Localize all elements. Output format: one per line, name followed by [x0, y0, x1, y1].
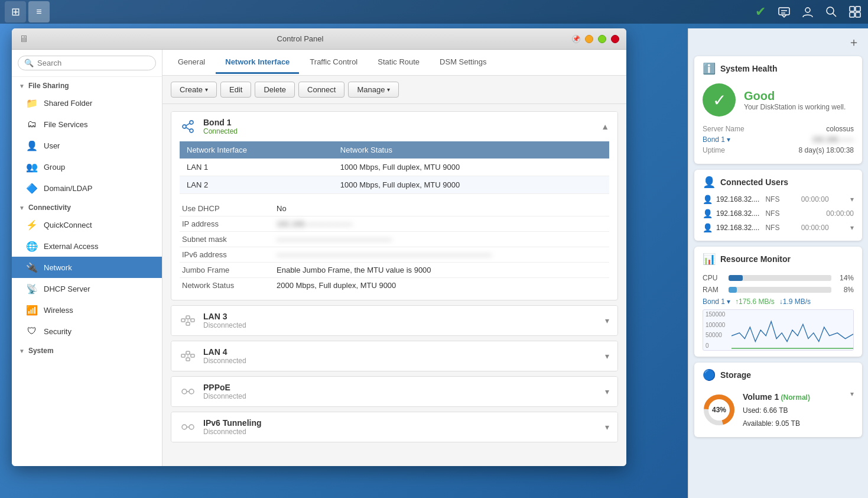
storage-expand-icon[interactable]: ▾ — [850, 390, 854, 398]
synology-assistant-icon[interactable]: ✔ — [752, 4, 769, 20]
tab-static-route[interactable]: Static Route — [368, 51, 429, 74]
file-sharing-section-header[interactable]: ▼ File Sharing — [12, 77, 162, 92]
add-widget-button[interactable]: ＋ — [846, 34, 862, 50]
chart-labels: 150000 100000 50000 0 — [706, 310, 725, 350]
sidebar-item-file-services[interactable]: 🗂 File Services — [12, 114, 162, 135]
system-label: System — [28, 347, 54, 355]
pppoe-chevron-icon[interactable]: ▾ — [605, 387, 609, 396]
bond1-chevron-icon[interactable]: ▲ — [601, 122, 609, 131]
bond1-status: Connected — [203, 127, 601, 135]
sidebar-item-security[interactable]: 🛡 Security — [12, 321, 162, 342]
group-icon: 👥 — [26, 161, 38, 173]
uptime-row: Uptime 8 day(s) 18:00:38 — [703, 145, 854, 156]
ipv6-status: Disconnected — [203, 428, 605, 436]
user-account-icon[interactable] — [799, 4, 816, 20]
bond1-card-body: Network Interface Network Status LAN 1 1… — [171, 141, 617, 300]
ipv6-tunneling-card: IPv6 Tunneling Disconnected ▾ — [171, 412, 618, 442]
bond-select-dropdown[interactable]: Bond 1 ▾ — [703, 135, 730, 144]
search-magnifier-icon: 🔍 — [24, 59, 34, 67]
sidebar-item-network[interactable]: 🔌 Network — [12, 257, 162, 278]
sidebar-item-quickconnect[interactable]: ⚡ QuickConnect — [12, 214, 162, 235]
cpu-label: CPU — [703, 274, 724, 282]
storage-info: Volume 1 (Normal) Used: 6.66 TB Availabl… — [743, 390, 810, 430]
minimize-button[interactable]: — — [585, 35, 593, 43]
user-row-2: 👤 192.168.32.... NFS 00:00:00 — [703, 206, 854, 221]
lan1-status: 1000 Mbps, Full duplex, MTU 9000 — [333, 159, 609, 176]
resource-monitor-title: Resource Monitor — [720, 254, 791, 264]
svg-point-10 — [190, 121, 193, 124]
global-search-icon[interactable] — [823, 4, 840, 20]
pppoe-card-header[interactable]: PPPoE Disconnected ▾ — [171, 377, 617, 406]
domain-icon: 🔷 — [26, 182, 38, 194]
desktop-app-btn[interactable]: ⊞ — [5, 1, 26, 22]
user-expand-arrow-1[interactable]: ▾ — [850, 195, 854, 203]
sidebar-item-user[interactable]: 👤 User — [12, 135, 162, 156]
user-service-1: NFS — [765, 195, 779, 203]
detail-value-netstatus: 2000 Mbps, Full duplex, MTU 9000 — [277, 281, 396, 290]
manage-button[interactable]: Manage ▾ — [348, 82, 399, 98]
pppoe-icon — [180, 383, 196, 400]
tab-traffic-control[interactable]: Traffic Control — [300, 51, 367, 74]
create-button[interactable]: Create ▾ — [171, 82, 217, 98]
lan4-card-header[interactable]: LAN 4 Disconnected ▾ — [171, 341, 617, 371]
edit-button[interactable]: Edit — [220, 82, 251, 98]
system-health-body: ✓ Good Your DiskStation is working well.… — [694, 79, 862, 164]
create-dropdown-arrow-icon: ▾ — [205, 86, 208, 93]
lan3-title-area: LAN 3 Disconnected — [203, 312, 605, 329]
bond1-card-header[interactable]: Bond 1 Connected ▲ — [171, 112, 617, 141]
lan3-card-header[interactable]: LAN 3 Disconnected ▾ — [171, 306, 617, 335]
lan3-chevron-icon[interactable]: ▾ — [605, 316, 609, 325]
close-button[interactable]: ✕ — [611, 35, 619, 43]
tab-dsm-settings[interactable]: DSM Settings — [430, 51, 496, 74]
lan3-name: LAN 3 — [203, 312, 605, 321]
search-input[interactable] — [37, 59, 149, 67]
ipv6-icon — [180, 419, 196, 435]
chart-svg — [732, 310, 853, 350]
sidebar-item-label: Network — [44, 263, 72, 272]
ipv6-name: IPv6 Tunneling — [203, 418, 605, 428]
window-controls: 📌 — □ ✕ — [572, 35, 619, 43]
tab-network-interface[interactable]: Network Interface — [216, 51, 299, 74]
control-panel-app-btn[interactable]: ≡ — [28, 1, 50, 22]
svg-rect-22 — [181, 354, 185, 357]
storage-widget: 🔵 Storage 43% Volume 1 (Normal) — [694, 363, 862, 437]
detail-row-subnet: Subnet mask ——————————————— — [180, 232, 609, 247]
connect-button[interactable]: Connect — [298, 82, 344, 98]
desktop-toggle-icon[interactable] — [847, 4, 863, 20]
svg-point-4 — [827, 7, 834, 14]
lan2-status: 1000 Mbps, Full duplex, MTU 9000 — [333, 176, 609, 194]
users-list: 👤 192.168.32.... NFS 00:00:00 ▾ 👤 192.16… — [694, 192, 862, 241]
sidebar-item-label: External Access — [44, 242, 99, 251]
security-icon: 🛡 — [26, 325, 38, 337]
user-ip-3: 192.168.32.... — [716, 224, 759, 232]
svg-rect-8 — [850, 12, 854, 17]
ipv6-chevron-icon[interactable]: ▾ — [605, 422, 609, 432]
sidebar-item-group[interactable]: 👥 Group — [12, 156, 162, 177]
lan4-chevron-icon[interactable]: ▾ — [605, 351, 609, 361]
right-panel: ＋ ℹ️ System Health ✓ Good Your DiskStati… — [688, 28, 868, 498]
pin-button[interactable]: 📌 — [572, 35, 580, 43]
search-box: 🔍 — [18, 56, 156, 70]
detail-label-ip: IP address — [182, 219, 277, 228]
message-icon[interactable] — [776, 4, 792, 20]
storage-header: 🔵 Storage — [694, 363, 862, 385]
delete-button[interactable]: Delete — [255, 82, 295, 98]
sidebar-item-domain-ldap[interactable]: 🔷 Domain/LDAP — [12, 177, 162, 199]
user-expand-arrow-3[interactable]: ▾ — [850, 224, 854, 232]
tab-general[interactable]: General — [168, 51, 214, 74]
svg-rect-15 — [181, 319, 185, 322]
ipv6-card-header[interactable]: IPv6 Tunneling Disconnected ▾ — [171, 412, 617, 442]
tabs-bar: General Network Interface Traffic Contro… — [162, 50, 626, 76]
user-time-3: 00:00:00 — [801, 224, 829, 232]
sidebar-item-dhcp-server[interactable]: 📡 DHCP Server — [12, 278, 162, 299]
bond-traffic-select[interactable]: Bond 1 ▾ — [703, 297, 730, 306]
sidebar-item-external-access[interactable]: 🌐 External Access — [12, 235, 162, 257]
connectivity-section-header[interactable]: ▼ Connectivity — [12, 199, 162, 214]
sidebar-item-shared-folder[interactable]: 📁 Shared Folder — [12, 92, 162, 114]
system-section-header[interactable]: ▼ System — [12, 342, 162, 357]
maximize-button[interactable]: □ — [598, 35, 606, 43]
system-health-icon: ℹ️ — [703, 62, 716, 75]
sidebar-item-wireless[interactable]: 📶 Wireless — [12, 299, 162, 321]
taskbar-apps: ⊞ ≡ — [5, 1, 50, 22]
taskbar: ⊞ ≡ ✔ — [0, 0, 868, 24]
